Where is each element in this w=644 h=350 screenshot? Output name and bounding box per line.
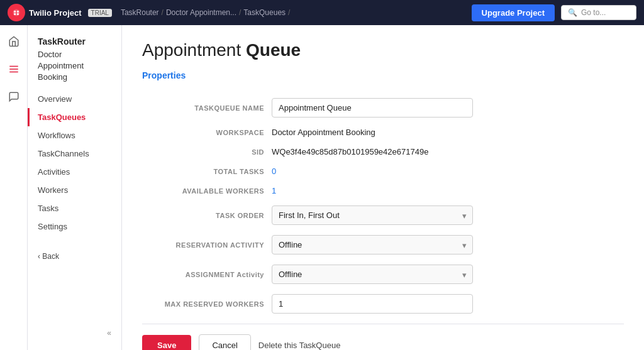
sidebar-item-settings[interactable]: Settings bbox=[28, 217, 121, 236]
messaging-icon[interactable] bbox=[5, 88, 23, 106]
total-tasks-value-cell: 0 bbox=[268, 161, 624, 181]
twilio-logo: Twilio Project TRIAL bbox=[8, 4, 114, 21]
reservation-activity-select-wrapper: Offline Online Busy ▾ bbox=[272, 235, 473, 254]
svg-point-1 bbox=[14, 11, 16, 13]
field-task-order: TASK ORDER First In, First Out Last In, … bbox=[142, 200, 624, 230]
taskqueue-name-input[interactable] bbox=[272, 98, 473, 118]
main-layout: TaskRouter Doctor Appointment Booking Ov… bbox=[0, 25, 644, 350]
reservation-activity-value-cell: Offline Online Busy ▾ bbox=[268, 230, 624, 260]
assignment-activity-label: ASSIGNMENT Activity bbox=[142, 260, 268, 289]
collapse-button[interactable]: « bbox=[28, 324, 121, 342]
field-taskqueue-name: TASKQUEUE NAME bbox=[142, 93, 624, 123]
field-sid: SID WQe3f4e49c85d87b0101959e42e671749e bbox=[142, 142, 624, 161]
taskqueue-name-value-cell bbox=[268, 93, 624, 123]
section-subtitle: Properties bbox=[142, 70, 624, 80]
available-workers-link[interactable]: 1 bbox=[272, 186, 276, 195]
sid-value: WQe3f4e49c85d87b0101959e42e671749e bbox=[272, 147, 428, 156]
sidebar-item-workflows[interactable]: Workflows bbox=[28, 126, 121, 145]
sidebar-item-taskqueues[interactable]: TaskQueues bbox=[28, 108, 121, 126]
nav-workspace-name: Doctor Appointment Booking bbox=[28, 48, 121, 90]
available-workers-label: AVAILABLE WORKERS bbox=[142, 181, 268, 200]
field-assignment-activity: ASSIGNMENT Activity Offline Online Busy … bbox=[142, 260, 624, 289]
svg-point-3 bbox=[14, 13, 16, 15]
assignment-activity-select[interactable]: Offline Online Busy bbox=[272, 265, 473, 284]
page-title: Appointment Queue bbox=[142, 40, 624, 60]
project-name: Twilio Project bbox=[29, 8, 82, 18]
available-workers-value-cell: 1 bbox=[268, 181, 624, 200]
field-workspace: WORKSPACE Doctor Appointment Booking bbox=[142, 123, 624, 142]
svg-point-4 bbox=[17, 13, 19, 15]
field-reservation-activity: RESERVATION ACTIVITY Offline Online Busy… bbox=[142, 230, 624, 260]
taskqueue-name-label: TASKQUEUE NAME bbox=[142, 93, 268, 123]
routes-icon[interactable] bbox=[5, 60, 23, 78]
field-total-tasks: TOTAL TASKS 0 bbox=[142, 161, 624, 181]
home-icon[interactable] bbox=[5, 33, 23, 50]
nav-section-title: TaskRouter bbox=[28, 33, 121, 48]
cancel-button[interactable]: Cancel bbox=[199, 334, 250, 350]
assignment-activity-value-cell: Offline Online Busy ▾ bbox=[268, 260, 624, 289]
sidebar-item-activities[interactable]: Activities bbox=[28, 163, 121, 181]
reservation-activity-select[interactable]: Offline Online Busy bbox=[272, 235, 473, 254]
max-reserved-input[interactable] bbox=[272, 294, 473, 314]
sidebar-item-taskchannels[interactable]: TaskChannels bbox=[28, 145, 121, 163]
icon-sidebar bbox=[0, 25, 28, 350]
sid-label: SID bbox=[142, 142, 268, 161]
sidebar-item-workers[interactable]: Workers bbox=[28, 181, 121, 199]
form-footer: Save Cancel Delete this TaskQueue bbox=[142, 324, 624, 350]
breadcrumb-topbar: TaskRouter / Doctor Appointmen... / Task… bbox=[121, 8, 291, 17]
field-max-reserved: MAX RESERVED WORKERS bbox=[142, 289, 624, 319]
delete-button[interactable]: Delete this TaskQueue bbox=[258, 341, 341, 350]
workspace-label: WORKSPACE bbox=[142, 123, 268, 142]
reservation-activity-label: RESERVATION ACTIVITY bbox=[142, 230, 268, 260]
content-area: Appointment Queue Properties TASKQUEUE N… bbox=[122, 25, 644, 350]
total-tasks-link[interactable]: 0 bbox=[272, 167, 276, 176]
field-available-workers: AVAILABLE WORKERS 1 bbox=[142, 181, 624, 200]
svg-point-0 bbox=[13, 9, 19, 16]
total-tasks-label: TOTAL TASKS bbox=[142, 161, 268, 181]
task-order-select[interactable]: First In, First Out Last In, First Out bbox=[272, 205, 473, 225]
workspace-value-cell: Doctor Appointment Booking bbox=[268, 123, 624, 142]
properties-form: TASKQUEUE NAME WORKSPACE Doctor Appointm… bbox=[142, 93, 624, 319]
trial-badge: TRIAL bbox=[88, 9, 112, 17]
search-placeholder: Go to... bbox=[581, 8, 606, 17]
sidebar-item-overview[interactable]: Overview bbox=[28, 90, 121, 108]
back-button[interactable]: Back bbox=[28, 246, 121, 267]
save-button[interactable]: Save bbox=[142, 335, 191, 350]
nav-sidebar: TaskRouter Doctor Appointment Booking Ov… bbox=[28, 25, 122, 350]
sidebar-item-tasks[interactable]: Tasks bbox=[28, 199, 121, 217]
workspace-value: Doctor Appointment Booking bbox=[272, 128, 375, 137]
topbar: Twilio Project TRIAL TaskRouter / Doctor… bbox=[0, 0, 644, 25]
task-order-label: TASK ORDER bbox=[142, 200, 268, 230]
topbar-right: Upgrade Project 🔍 Go to... bbox=[472, 4, 636, 21]
search-icon: 🔍 bbox=[568, 8, 577, 17]
twilio-logo-icon bbox=[8, 4, 25, 21]
task-order-select-wrapper: First In, First Out Last In, First Out ▾ bbox=[272, 205, 473, 225]
upgrade-button[interactable]: Upgrade Project bbox=[472, 4, 555, 21]
sid-value-cell: WQe3f4e49c85d87b0101959e42e671749e bbox=[268, 142, 624, 161]
max-reserved-value-cell bbox=[268, 289, 624, 319]
task-order-value-cell: First In, First Out Last In, First Out ▾ bbox=[268, 200, 624, 230]
max-reserved-label: MAX RESERVED WORKERS bbox=[142, 289, 268, 319]
assignment-activity-select-wrapper: Offline Online Busy ▾ bbox=[272, 265, 473, 284]
search-box[interactable]: 🔍 Go to... bbox=[561, 5, 636, 20]
svg-point-2 bbox=[17, 11, 19, 13]
